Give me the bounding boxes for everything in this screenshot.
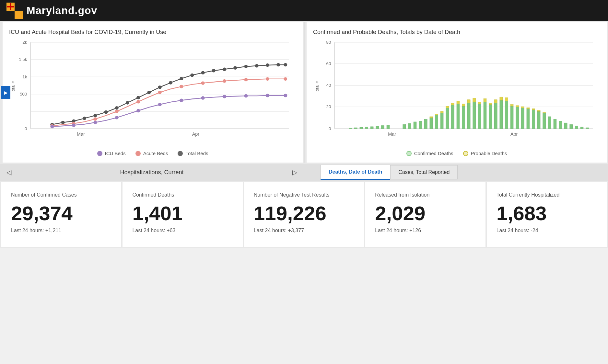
confirmed-deaths-stat-value: 1,401 — [132, 202, 233, 224]
svg-rect-111 — [462, 106, 465, 129]
svg-rect-141 — [543, 113, 546, 129]
nav-prev-button[interactable]: ◁ — [6, 168, 11, 176]
maryland-flag-icon — [6, 3, 23, 19]
nav-bar: ◁ Hospitalizations, Current ▷ Deaths, Da… — [0, 164, 608, 181]
svg-rect-110 — [457, 101, 460, 104]
svg-rect-88 — [360, 127, 363, 129]
icu-beds-icon — [97, 151, 102, 156]
svg-rect-137 — [532, 110, 535, 129]
svg-point-58 — [284, 77, 287, 81]
svg-rect-107 — [451, 105, 454, 129]
tab-deaths-date[interactable]: Deaths, Date of Death — [321, 165, 390, 180]
chart-deaths-area: 80 60 40 20 0 Total # Mar Apr — [313, 39, 600, 142]
svg-rect-126 — [500, 97, 503, 100]
legend-total-beds: Total Beds — [178, 151, 208, 156]
svg-text:Mar: Mar — [388, 131, 396, 137]
svg-rect-129 — [510, 106, 513, 129]
svg-point-36 — [180, 77, 183, 80]
svg-point-66 — [201, 96, 205, 100]
stat-released-isolation: Released from Isolation 2,029 Last 24 ho… — [365, 182, 485, 247]
svg-point-52 — [158, 91, 162, 94]
svg-text:80: 80 — [326, 40, 331, 45]
legend-confirmed-deaths: Confirmed Deaths — [406, 151, 453, 156]
svg-rect-102 — [435, 114, 438, 115]
nav-left: ◁ Hospitalizations, Current ▷ — [0, 164, 304, 181]
svg-point-42 — [244, 65, 248, 68]
svg-point-25 — [61, 121, 65, 124]
confirmed-deaths-stat-delta: Last 24 hours: +63 — [132, 228, 233, 233]
svg-point-62 — [115, 116, 119, 119]
svg-rect-134 — [521, 107, 524, 108]
svg-rect-123 — [494, 103, 497, 129]
svg-rect-127 — [505, 101, 508, 129]
svg-rect-116 — [473, 98, 476, 102]
svg-rect-132 — [516, 106, 519, 107]
svg-text:60: 60 — [326, 61, 331, 66]
svg-point-30 — [115, 106, 119, 110]
hospitalized-value: 1,683 — [497, 202, 597, 224]
svg-rect-99 — [430, 118, 433, 129]
svg-rect-119 — [484, 102, 486, 129]
svg-point-27 — [83, 117, 86, 120]
chart-beds-title: ICU and Acute Hospital Beds for COVID-19… — [9, 29, 296, 36]
hospitalized-delta: Last 24 hours: -24 — [497, 228, 597, 233]
probable-deaths-icon — [463, 151, 468, 156]
sidebar-tab[interactable]: ▶ — [1, 86, 10, 99]
nav-right: Deaths, Date of Death Cases, Total Repor… — [304, 165, 608, 180]
stat-confirmed-deaths: Confirmed Deaths 1,401 Last 24 hours: +6… — [123, 182, 242, 247]
svg-rect-135 — [527, 108, 530, 129]
svg-text:Apr: Apr — [192, 131, 200, 137]
svg-rect-121 — [489, 105, 492, 129]
svg-rect-118 — [478, 102, 481, 104]
svg-rect-140 — [537, 110, 540, 111]
svg-rect-2 — [15, 3, 23, 11]
acute-beds-label: Acute Beds — [143, 151, 168, 156]
svg-rect-136 — [527, 108, 530, 108]
svg-rect-87 — [354, 128, 357, 129]
confirmed-deaths-icon — [406, 151, 412, 156]
chart-deaths-title: Confirmed and Probable Deaths, Totals by… — [313, 29, 600, 36]
svg-rect-139 — [537, 111, 540, 129]
confirmed-cases-value: 29,374 — [11, 202, 111, 224]
svg-point-65 — [180, 99, 183, 102]
svg-rect-91 — [376, 126, 379, 129]
svg-point-28 — [93, 114, 97, 117]
released-isolation-delta: Last 24 hours: +126 — [375, 228, 475, 233]
released-isolation-label: Released from Isolation — [375, 192, 475, 199]
site-title: Maryland.gov — [27, 5, 97, 17]
svg-rect-120 — [484, 99, 486, 102]
svg-rect-113 — [467, 103, 470, 129]
svg-rect-130 — [510, 105, 513, 106]
svg-rect-96 — [414, 122, 416, 129]
tab-cases-total[interactable]: Cases, Total Reported — [390, 165, 458, 179]
svg-rect-92 — [381, 126, 384, 129]
nav-next-button[interactable]: ▷ — [292, 168, 297, 176]
svg-point-59 — [50, 125, 54, 129]
svg-text:Total #: Total # — [314, 81, 319, 93]
svg-point-63 — [136, 109, 140, 113]
svg-rect-146 — [564, 123, 567, 129]
svg-rect-105 — [446, 108, 449, 129]
svg-point-70 — [284, 94, 287, 97]
stat-confirmed-cases: Number of Confirmed Cases 29,374 Last 24… — [1, 182, 121, 247]
svg-point-68 — [244, 94, 248, 98]
svg-rect-3 — [6, 11, 15, 19]
svg-rect-117 — [478, 104, 481, 129]
svg-text:Mar: Mar — [77, 131, 85, 137]
chart-beds-panel: ICU and Acute Hospital Beds for COVID-19… — [3, 22, 303, 163]
svg-text:1k: 1k — [22, 74, 27, 79]
svg-point-41 — [233, 66, 237, 70]
svg-text:2k: 2k — [22, 40, 27, 45]
svg-rect-95 — [408, 123, 411, 129]
svg-rect-106 — [446, 106, 449, 108]
stat-negative-tests: Number of Negative Test Results 119,226 … — [244, 182, 364, 247]
negative-tests-value: 119,226 — [254, 202, 354, 224]
confirmed-deaths-label: Confirmed Deaths — [414, 151, 453, 156]
svg-point-57 — [266, 77, 269, 81]
svg-point-53 — [180, 85, 183, 88]
svg-point-39 — [212, 69, 216, 73]
svg-rect-138 — [532, 108, 535, 109]
svg-rect-100 — [430, 117, 433, 118]
svg-rect-109 — [457, 104, 460, 129]
confirmed-cases-label: Number of Confirmed Cases — [11, 192, 111, 199]
